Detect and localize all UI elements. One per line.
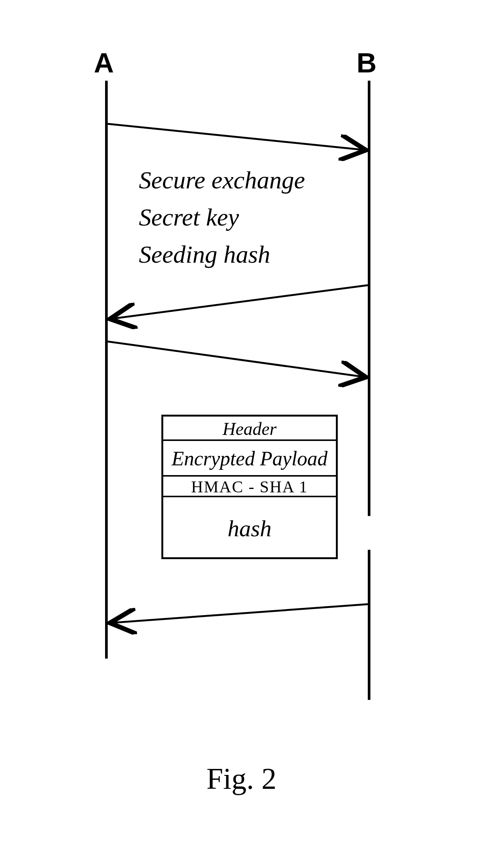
- arrow-b-to-a-2: [110, 604, 368, 623]
- packet-structure: Header Encrypted Payload HMAC - SHA 1 ha…: [161, 415, 338, 559]
- arrow-b-to-a: [110, 285, 368, 319]
- exchange-line-2: Secret key: [139, 199, 305, 236]
- exchange-line-3: Seeding hash: [139, 236, 305, 273]
- figure-label: Fig. 2: [206, 762, 277, 796]
- packet-hmac: HMAC - SHA 1: [163, 477, 336, 497]
- sequence-diagram: A B Secure exchange Secret key Seeding h…: [45, 38, 444, 830]
- arrow-a-to-b-1: [108, 124, 366, 150]
- exchange-line-1: Secure exchange: [139, 161, 305, 199]
- packet-header: Header: [163, 417, 336, 441]
- arrow-a-to-b-2: [108, 341, 366, 377]
- exchange-text-block: Secure exchange Secret key Seeding hash: [139, 161, 305, 273]
- packet-hash: hash: [163, 497, 336, 557]
- packet-payload: Encrypted Payload: [163, 441, 336, 477]
- message-arrows: [45, 38, 444, 713]
